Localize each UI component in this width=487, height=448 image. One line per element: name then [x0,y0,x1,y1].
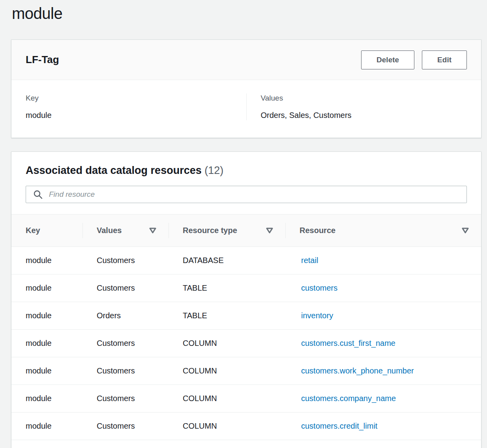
cell-resource-type: TABLE [169,311,285,320]
cell-resource: customers [285,284,481,293]
cell-values: Customers [82,339,169,348]
cell-resource-type: DATABASE [169,256,285,265]
cell-resource: customers.company_name [285,394,481,403]
lf-tag-actions: Delete Edit [361,50,467,69]
lf-tag-card-title: LF-Tag [26,54,59,66]
resource-link[interactable]: customers.cust_first_name [301,339,395,347]
cell-values: Customers [82,284,169,293]
delete-button[interactable]: Delete [361,50,414,69]
key-field: Key module [11,93,246,120]
column-header-values-label: Values [97,226,122,235]
resource-link[interactable]: inventory [301,311,333,320]
table-row: module Customers COLUMN customers.work_p… [11,357,481,385]
values-field-value: Orders, Sales, Customers [261,110,467,120]
key-field-value: module [26,110,232,120]
cell-key: module [11,339,82,348]
cell-resource: customers.credit_limit [285,422,481,431]
resources-table: Key Values Resource type Resource [11,214,481,440]
cell-values: Customers [82,256,169,265]
cell-key: module [11,311,82,320]
sort-descending-icon [149,227,157,234]
column-header-values[interactable]: Values [82,215,169,246]
column-header-key: Key [11,215,82,246]
resource-link[interactable]: retail [301,256,318,265]
cell-values: Orders [82,311,169,320]
cell-key: module [11,394,82,403]
table-row: module Customers DATABASE retail [11,247,481,274]
column-header-resource-type[interactable]: Resource type [169,215,285,246]
lf-tag-card: LF-Tag Delete Edit Key module Values Ord… [11,39,481,138]
cell-values: Customers [82,366,169,375]
page-title: module [0,0,487,24]
column-header-key-label: Key [26,226,40,235]
cell-resource: retail [285,256,481,265]
column-header-resource-type-label: Resource type [183,226,237,235]
column-header-resource-label: Resource [300,226,335,235]
resources-table-header: Key Values Resource type Resource [11,214,481,247]
resource-link[interactable]: customers [301,284,337,292]
cell-key: module [11,284,82,293]
table-row: module Orders TABLE inventory [11,302,481,330]
lf-tag-card-body: Key module Values Orders, Sales, Custome… [11,80,481,138]
cell-resource-type: COLUMN [169,394,285,403]
resource-search [26,186,467,203]
cell-resource-type: COLUMN [169,422,285,431]
resource-count-badge: (12) [204,164,223,176]
search-input[interactable] [26,186,467,203]
table-row: module Customers COLUMN customers.cust_f… [11,330,481,357]
key-field-label: Key [26,93,232,103]
table-row: module Customers COLUMN customers.credit… [11,413,481,440]
cell-resource: customers.work_phone_number [285,366,481,375]
table-row: module Customers COLUMN customers.compan… [11,385,481,413]
sort-descending-icon [266,227,273,234]
resource-link[interactable]: customers.work_phone_number [301,366,414,375]
associated-resources-header: Associated data catalog resources (12) [11,152,481,177]
cell-values: Customers [82,422,169,431]
resource-link[interactable]: customers.credit_limit [301,422,377,430]
values-field-label: Values [261,93,467,103]
sort-descending-icon [461,227,469,234]
lf-tag-card-header: LF-Tag Delete Edit [11,40,481,80]
cell-resource: inventory [285,311,481,320]
table-row: module Customers TABLE customers [11,274,481,302]
cell-values: Customers [82,394,169,403]
associated-resources-card: Associated data catalog resources (12) K… [11,151,481,448]
cell-key: module [11,422,82,431]
values-field: Values Orders, Sales, Customers [246,93,481,120]
cell-key: module [11,256,82,265]
cell-resource-type: TABLE [169,284,285,293]
cell-resource: customers.cust_first_name [285,339,481,348]
resource-link[interactable]: customers.company_name [301,394,396,403]
resources-table-body: module Customers DATABASE retail module … [11,247,481,440]
cell-resource-type: COLUMN [169,366,285,375]
cell-resource-type: COLUMN [169,339,285,348]
cell-key: module [11,366,82,375]
associated-resources-title: Associated data catalog resources (12) [26,164,467,177]
column-header-resource[interactable]: Resource [285,215,481,246]
page: module LF-Tag Delete Edit Key module Val… [0,0,487,448]
edit-button[interactable]: Edit [422,50,467,69]
associated-resources-title-text: Associated data catalog resources [26,164,202,176]
